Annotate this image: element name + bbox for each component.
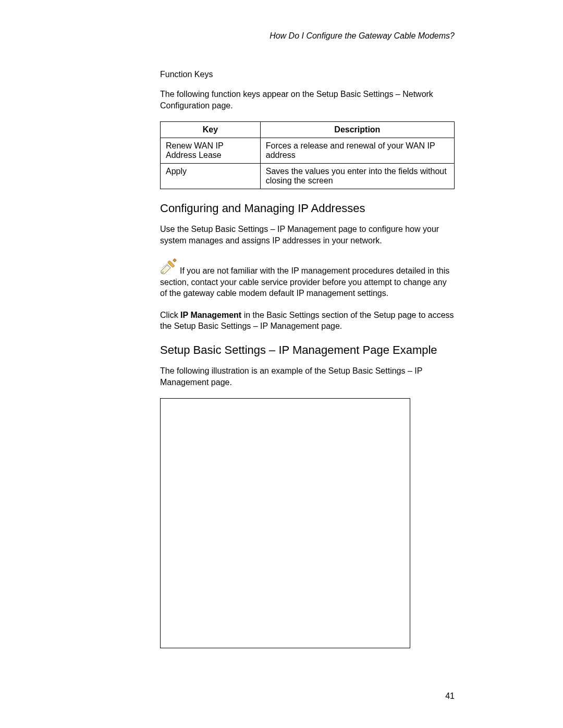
click-bold: IP Management <box>180 311 241 319</box>
cell-key: Renew WAN IP Address Lease <box>161 138 261 164</box>
document-page: How Do I Configure the Gateway Cable Mod… <box>0 0 563 728</box>
note-text: If you are not familiar with the IP mana… <box>160 266 449 298</box>
click-prefix: Click <box>160 311 180 319</box>
cell-key: Apply <box>161 164 261 189</box>
ip-section-heading: Configuring and Managing IP Addresses <box>160 202 455 215</box>
cell-description: Saves the values you enter into the fiel… <box>260 164 454 189</box>
note-block: If you are not familiar with the IP mana… <box>160 256 455 299</box>
function-keys-table: Key Description Renew WAN IP Address Lea… <box>160 121 455 189</box>
table-row: Apply Saves the values you enter into th… <box>161 164 455 189</box>
example-section-heading: Setup Basic Settings – IP Management Pag… <box>160 343 455 357</box>
click-instruction: Click IP Management in the Basic Setting… <box>160 310 455 332</box>
illustration-placeholder <box>160 398 410 648</box>
col-key: Key <box>161 122 261 138</box>
col-description: Description <box>260 122 454 138</box>
function-keys-intro: The following function keys appear on th… <box>160 89 455 111</box>
table-header-row: Key Description <box>161 122 455 138</box>
svg-rect-1 <box>173 258 176 262</box>
function-keys-label: Function Keys <box>160 70 455 79</box>
running-header: How Do I Configure the Gateway Cable Mod… <box>270 31 455 41</box>
example-section-intro: The following illustration is an example… <box>160 365 455 388</box>
page-number: 41 <box>445 692 455 701</box>
page-body: Function Keys The following function key… <box>160 70 455 648</box>
note-icon <box>160 258 178 277</box>
ip-section-intro: Use the Setup Basic Settings – IP Manage… <box>160 224 455 246</box>
cell-description: Forces a release and renewal of your WAN… <box>260 138 454 164</box>
table-row: Renew WAN IP Address Lease Forces a rele… <box>161 138 455 164</box>
